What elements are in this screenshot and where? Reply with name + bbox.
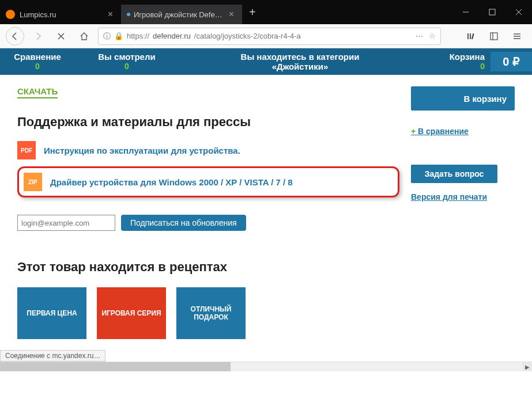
tab-label: Игровой джойстик Defender C bbox=[134, 10, 227, 19]
recipe-tile[interactable]: ОТЛИЧНЫЙ ПОДАРОК bbox=[176, 287, 246, 339]
add-to-cart-button[interactable]: В корзину bbox=[411, 86, 515, 111]
viewed-label: Вы смотрели bbox=[75, 52, 179, 62]
info-icon[interactable]: ⓘ bbox=[103, 31, 111, 41]
add-to-compare-link[interactable]: + В сравнение bbox=[411, 127, 515, 136]
library-icon[interactable] bbox=[462, 27, 480, 45]
cart-widget[interactable]: Корзина 0 bbox=[421, 52, 491, 71]
recipe-tile[interactable]: ПЕРВАЯ ЦЕНА bbox=[17, 287, 86, 339]
close-window-button[interactable] bbox=[505, 3, 532, 21]
main-column: СКАЧАТЬ Поддержка и материалы для прессы… bbox=[17, 86, 411, 339]
stop-button[interactable] bbox=[52, 27, 70, 45]
highlight-frame: ZIP Драйвер устройства для Windows 2000 … bbox=[17, 166, 399, 197]
recipes-row: ПЕРВАЯ ЦЕНА ИГРОВАЯ СЕРИЯ ОТЛИЧНЫЙ ПОДАР… bbox=[17, 287, 399, 339]
svg-rect-7 bbox=[470, 33, 471, 39]
minimize-button[interactable] bbox=[452, 3, 479, 21]
tab-close-icon[interactable]: × bbox=[105, 9, 115, 20]
maximize-button[interactable] bbox=[479, 3, 505, 21]
menu-icon[interactable] bbox=[508, 27, 526, 45]
tab-defender[interactable]: Игровой джойстик Defender C × bbox=[121, 5, 242, 24]
content-wrapper: СКАЧАТЬ Поддержка и материалы для прессы… bbox=[0, 75, 532, 351]
cart-label: Корзина bbox=[421, 52, 485, 62]
tab-lumpics[interactable]: Lumpics.ru × bbox=[0, 5, 121, 24]
cart-value: 0 bbox=[421, 62, 485, 71]
cart-sum[interactable]: 0 ₽ bbox=[491, 52, 532, 71]
sidebar-icon[interactable] bbox=[485, 27, 503, 45]
recipes-heading: Этот товар находится в рецептах bbox=[17, 260, 399, 275]
pdf-badge-icon: PDF bbox=[17, 141, 36, 159]
subscribe-form: Подписаться на обновления bbox=[17, 215, 399, 231]
compare-label: Сравнение bbox=[0, 52, 75, 62]
compare-value: 0 bbox=[0, 62, 75, 71]
svg-rect-1 bbox=[489, 9, 495, 15]
print-version-link[interactable]: Версия для печати bbox=[411, 192, 515, 202]
download-tab[interactable]: СКАЧАТЬ bbox=[17, 86, 58, 98]
status-bar: Соединение с mc.yandex.ru… bbox=[0, 350, 105, 362]
bookmark-icon[interactable]: ☆ bbox=[429, 32, 436, 40]
horizontal-scrollbar[interactable]: ▶ bbox=[0, 362, 532, 371]
top-info-bar: Сравнение 0 Вы смотрели 0 Вы находитесь … bbox=[0, 48, 532, 75]
url-scheme: https:// bbox=[127, 32, 149, 40]
svg-rect-6 bbox=[467, 33, 469, 39]
category-line1: Вы находитесь в категории bbox=[179, 52, 421, 62]
browser-toolbar: ⓘ 🔒 https://defender.ru/catalog/joystick… bbox=[0, 24, 532, 48]
forward-button[interactable] bbox=[29, 27, 47, 45]
url-path: /catalog/joysticks-2/cobra-r4-4-a bbox=[194, 32, 301, 40]
zip-link-text: Драйвер устройства для Windows 2000 / XP… bbox=[50, 177, 293, 187]
tab-close-icon[interactable]: × bbox=[227, 9, 236, 20]
side-column: В корзину + В сравнение Задать вопрос Ве… bbox=[411, 86, 515, 339]
category-line2: «Джойстики» bbox=[179, 62, 421, 71]
svg-rect-9 bbox=[491, 33, 497, 40]
urlbar-actions: ⋯ ☆ bbox=[416, 32, 436, 40]
scroll-right-arrow[interactable]: ▶ bbox=[522, 362, 532, 371]
tab-label: Lumpics.ru bbox=[20, 10, 105, 19]
viewed-widget[interactable]: Вы смотрели 0 bbox=[75, 52, 179, 71]
lumpics-favicon bbox=[6, 10, 15, 19]
window-controls bbox=[452, 3, 532, 21]
pdf-manual-link[interactable]: PDF Инструкция по эксплуатации для устро… bbox=[17, 141, 399, 159]
loading-dot-icon bbox=[127, 13, 130, 16]
category-widget: Вы находитесь в категории «Джойстики» bbox=[179, 52, 421, 71]
subscribe-button[interactable]: Подписаться на обновления bbox=[121, 215, 246, 231]
zip-driver-link[interactable]: ZIP Драйвер устройства для Windows 2000 … bbox=[24, 173, 393, 191]
compare-widget[interactable]: Сравнение 0 bbox=[0, 52, 75, 71]
recipe-tile[interactable]: ИГРОВАЯ СЕРИЯ bbox=[97, 287, 166, 339]
page-content: Сравнение 0 Вы смотрели 0 Вы находитесь … bbox=[0, 48, 532, 371]
compare-text: В сравнение bbox=[418, 127, 469, 136]
viewed-value: 0 bbox=[75, 62, 179, 71]
scrollbar-thumb[interactable] bbox=[0, 362, 231, 371]
svg-rect-8 bbox=[471, 33, 474, 39]
home-button[interactable] bbox=[75, 27, 93, 45]
page-actions-icon[interactable]: ⋯ bbox=[416, 32, 423, 40]
ask-question-button[interactable]: Задать вопрос bbox=[411, 165, 497, 183]
url-host: defender.ru bbox=[153, 32, 191, 40]
plus-icon: + bbox=[411, 127, 418, 136]
window-titlebar: Lumpics.ru × Игровой джойстик Defender C… bbox=[0, 0, 532, 24]
url-bar[interactable]: ⓘ 🔒 https://defender.ru/catalog/joystick… bbox=[98, 28, 441, 45]
email-input[interactable] bbox=[17, 215, 115, 231]
back-button[interactable] bbox=[6, 27, 24, 45]
support-heading: Поддержка и материалы для прессы bbox=[17, 115, 399, 130]
new-tab-button[interactable]: + bbox=[242, 6, 263, 19]
lock-icon: 🔒 bbox=[114, 32, 123, 40]
zip-badge-icon: ZIP bbox=[24, 173, 42, 191]
pdf-link-text: Инструкция по эксплуатации для устройств… bbox=[44, 146, 240, 155]
